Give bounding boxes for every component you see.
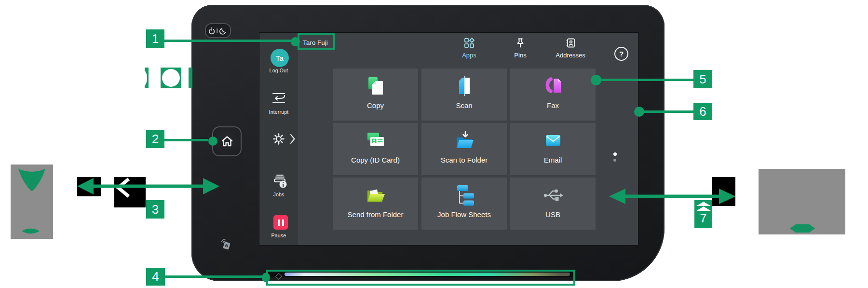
decorative-fragment-right	[189, 68, 192, 88]
callout-5-dot	[591, 75, 601, 85]
callout-4-number: 4	[146, 268, 165, 286]
tile-fax[interactable]: Fax	[510, 69, 596, 121]
tile-send-from-folder[interactable]: Send from Folder	[333, 178, 418, 230]
email-icon	[542, 129, 564, 151]
page-indicator-current[interactable]	[613, 152, 617, 156]
settings-gear-icon[interactable]	[272, 133, 285, 145]
callout-7-box: 7	[694, 200, 712, 228]
job-flow-sheets-icon	[453, 184, 475, 206]
callout-5-line	[601, 79, 693, 81]
page-indicator-next[interactable]	[613, 159, 616, 162]
pushpin-icon	[515, 38, 526, 48]
callout-2-number: 2	[146, 130, 164, 148]
callout-3-double-arrow	[71, 174, 227, 199]
tab-apps[interactable]: Apps	[450, 38, 488, 59]
logout-button[interactable]: Log Out	[259, 68, 298, 73]
scan-to-folder-icon	[453, 129, 475, 151]
tile-copy-id-card[interactable]: Copy (ID Card)	[333, 123, 418, 175]
power-button[interactable]	[205, 23, 231, 38]
nfc-touch-icon: N	[219, 239, 233, 251]
apps-grid: Copy Scan Fax	[333, 69, 596, 230]
callout-6-line	[644, 110, 693, 113]
nfc-touch-area[interactable]: N	[219, 239, 233, 253]
manual-callout-figure: N Ta Log Out Interrupt	[0, 0, 868, 288]
figure-left-wedge-shape	[18, 168, 45, 191]
tab-addresses-label: Addresses	[546, 52, 595, 59]
tile-scan[interactable]: Scan	[421, 69, 507, 121]
interrupt-label: Interrupt	[259, 109, 298, 115]
id-card-icon	[365, 129, 387, 151]
swipe-chevron-icon	[696, 202, 711, 206]
decorative-fragment-circle	[162, 69, 180, 87]
pause-label: Pause	[259, 233, 298, 238]
callout-1-highlight-box	[298, 33, 335, 50]
callout-6-dot	[634, 107, 644, 117]
tab-pins-label: Pins	[501, 52, 540, 59]
interrupt-icon[interactable]	[271, 92, 286, 105]
avatar[interactable]: Ta	[271, 49, 289, 67]
callout-4-line	[165, 275, 264, 278]
callout-3-number: 3	[146, 200, 164, 219]
tile-scan-to-folder[interactable]: Scan to Folder	[421, 123, 507, 175]
callout-2-dot	[208, 137, 217, 146]
figure-right-illustration	[759, 169, 845, 234]
power-sleep-icon	[208, 27, 228, 35]
tab-pins[interactable]: Pins	[501, 38, 540, 59]
callout-6-number: 6	[693, 103, 712, 120]
callout-4-highlight-box	[266, 270, 575, 286]
apps-grid-icon	[464, 38, 475, 48]
decorative-fragment-notch	[141, 71, 147, 85]
callout-1-number: 1	[146, 29, 164, 48]
fax-icon	[542, 75, 564, 97]
tile-email[interactable]: Email	[510, 123, 596, 175]
figure-right-hexagon-shape	[790, 224, 815, 233]
tile-job-flow-sheets[interactable]: Job Flow Sheets	[421, 178, 507, 230]
tab-addresses[interactable]: Addresses	[546, 38, 595, 59]
tab-apps-label: Apps	[450, 52, 488, 59]
jobs-label: Jobs	[259, 192, 298, 197]
help-button[interactable]: ?	[614, 47, 628, 61]
tile-copy[interactable]: Copy	[333, 69, 418, 121]
scan-icon	[453, 75, 475, 97]
jobs-icon[interactable]	[272, 174, 288, 189]
callout-7-double-arrow	[604, 186, 740, 207]
swipe-chevron-icon	[696, 206, 711, 211]
figure-left-lens-shape	[22, 229, 40, 234]
help-icon: ?	[619, 50, 624, 58]
pause-button[interactable]	[273, 215, 288, 230]
copy-icon	[365, 75, 387, 97]
figure-left-illustration	[11, 165, 53, 239]
callout-1-line	[164, 40, 295, 42]
address-book-icon	[565, 38, 576, 48]
touchscreen: Ta Log Out Interrupt	[259, 33, 638, 245]
usb-icon	[542, 184, 564, 206]
sidebar: Ta Log Out Interrupt	[259, 33, 298, 245]
send-from-folder-icon	[365, 184, 387, 206]
tile-usb[interactable]: USB	[510, 178, 596, 230]
home-icon	[220, 135, 234, 148]
device-bezel: N Ta Log Out Interrupt	[191, 5, 665, 281]
callout-2-line	[164, 139, 208, 141]
callout-7-number: 7	[694, 211, 712, 225]
callout-5-number: 5	[693, 70, 712, 88]
chevron-right-icon[interactable]	[290, 134, 296, 144]
